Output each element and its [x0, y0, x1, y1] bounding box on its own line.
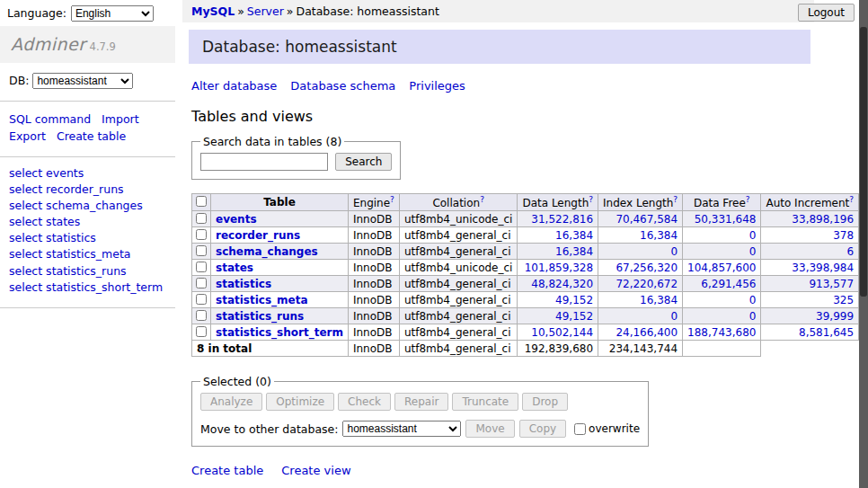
collation-cell: utf8mb4_general_ci — [399, 276, 518, 292]
auto-increment-link[interactable]: 33,898,196 — [792, 213, 854, 226]
repair-button[interactable]: Repair — [394, 393, 448, 411]
sidebar-table-link[interactable]: select statistics_meta — [9, 246, 166, 262]
breadcrumb-server-link[interactable]: Server — [247, 4, 284, 18]
move-database-select[interactable]: homeassistant — [342, 421, 461, 437]
data-length-link[interactable]: 101,859,328 — [525, 262, 593, 274]
create-table-link-sidebar[interactable]: Create table — [57, 129, 126, 143]
db-action-links: Alter database Database schema Privilege… — [191, 79, 820, 93]
index-length-link[interactable]: 70,467,584 — [616, 213, 678, 226]
data-length-link[interactable]: 48,824,320 — [531, 278, 593, 290]
index-length-link[interactable]: 0 — [670, 310, 678, 323]
data-length-link[interactable]: 10,502,144 — [531, 326, 593, 339]
data-free-link[interactable]: 104,857,600 — [687, 262, 756, 274]
breadcrumb: MySQL»Server»Database: homeassistant — [182, 0, 814, 22]
row-checkbox[interactable] — [196, 310, 207, 321]
engine-cell: InnoDB — [348, 211, 399, 227]
scrollbar-thumb[interactable] — [860, 27, 867, 297]
index-length-link[interactable]: 0 — [670, 245, 678, 258]
sidebar-table-link[interactable]: select schema_changes — [9, 198, 166, 214]
table-name-link[interactable]: statistics — [216, 278, 271, 290]
data-free-link[interactable]: 0 — [749, 310, 757, 323]
index-length-link[interactable]: 24,166,400 — [616, 326, 678, 339]
sql-command-link[interactable]: SQL command — [9, 112, 91, 126]
sidebar-table-list: select eventsselect recorder_runsselect … — [0, 157, 175, 308]
create-view-link[interactable]: Create view — [281, 464, 350, 477]
overwrite-label: overwrite — [589, 422, 640, 435]
db-select[interactable]: homeassistant — [32, 73, 133, 89]
select-all-checkbox[interactable] — [196, 196, 207, 207]
row-checkbox[interactable] — [196, 278, 207, 288]
data-free-link[interactable]: 50,331,648 — [695, 213, 757, 226]
data-length-link[interactable]: 16,384 — [555, 245, 593, 258]
copy-button[interactable]: Copy — [519, 420, 566, 438]
auto-increment-link[interactable]: 33,398,984 — [792, 262, 854, 274]
search-input[interactable] — [200, 153, 328, 171]
language-select[interactable]: English — [71, 5, 154, 22]
doc-help-link[interactable]: ? — [849, 195, 854, 204]
data-length-link[interactable]: 49,152 — [555, 294, 593, 306]
row-checkbox[interactable] — [196, 294, 207, 305]
drop-button[interactable]: Drop — [522, 393, 568, 411]
analyze-button[interactable]: Analyze — [200, 393, 262, 411]
export-link[interactable]: Export — [9, 129, 46, 143]
search-button[interactable]: Search — [335, 153, 392, 171]
data-free-link[interactable]: 0 — [749, 229, 757, 242]
create-table-link[interactable]: Create table — [191, 464, 263, 477]
doc-help-link[interactable]: ? — [390, 195, 394, 204]
index-length-link[interactable]: 72,220,672 — [616, 278, 678, 290]
data-length-link[interactable]: 16,384 — [555, 229, 593, 242]
data-free-link[interactable]: 6,291,456 — [701, 278, 756, 290]
totals-data-free — [683, 341, 761, 357]
data-free-link[interactable]: 188,743,680 — [687, 326, 756, 339]
table-name-link[interactable]: statistics_runs — [216, 310, 304, 323]
vertical-scrollbar[interactable] — [859, 0, 868, 488]
privileges-link[interactable]: Privileges — [409, 79, 465, 93]
data-length-link[interactable]: 49,152 — [555, 310, 593, 323]
doc-help-link[interactable]: ? — [673, 195, 678, 204]
check-button[interactable]: Check — [338, 393, 391, 411]
table-name-link[interactable]: statistics_short_term — [216, 326, 343, 339]
logout-button[interactable]: Logout — [798, 4, 855, 22]
auto-increment-link[interactable]: 39,999 — [816, 310, 854, 323]
sidebar-table-link[interactable]: select states — [9, 214, 166, 230]
table-name-link[interactable]: statistics_meta — [216, 294, 308, 306]
sidebar-table-link[interactable]: select statistics_short_term — [9, 279, 166, 296]
table-name-link[interactable]: events — [216, 213, 257, 226]
overwrite-checkbox[interactable] — [574, 423, 586, 435]
sidebar-table-link[interactable]: select recorder_runs — [9, 182, 166, 198]
auto-increment-link[interactable]: 325 — [833, 294, 854, 306]
auto-increment-link[interactable]: 8,581,645 — [799, 326, 854, 339]
doc-help-link[interactable]: ? — [589, 195, 593, 204]
auto-increment-link[interactable]: 6 — [846, 245, 854, 258]
data-free-link[interactable]: 0 — [749, 245, 757, 258]
language-label: Language: — [7, 6, 66, 20]
sidebar-table-link[interactable]: select events — [9, 165, 166, 182]
optimize-button[interactable]: Optimize — [266, 393, 334, 411]
auto-increment-link[interactable]: 913,577 — [809, 278, 854, 290]
truncate-button[interactable]: Truncate — [452, 393, 518, 411]
row-checkbox[interactable] — [196, 262, 207, 272]
doc-help-link[interactable]: ? — [480, 195, 484, 204]
index-length-link[interactable]: 67,256,320 — [616, 262, 678, 274]
doc-help-link[interactable]: ? — [746, 195, 750, 204]
data-free-link[interactable]: 0 — [749, 294, 757, 306]
import-link[interactable]: Import — [102, 112, 139, 126]
alter-database-link[interactable]: Alter database — [191, 79, 277, 93]
data-length-link[interactable]: 31,522,816 — [531, 213, 593, 226]
row-checkbox[interactable] — [196, 213, 207, 224]
table-name-link[interactable]: schema_changes — [216, 245, 318, 258]
sidebar-table-link[interactable]: select statistics_runs — [9, 263, 166, 279]
table-name-link[interactable]: recorder_runs — [216, 229, 300, 242]
auto-increment-link[interactable]: 378 — [833, 229, 854, 242]
move-button[interactable]: Move — [465, 420, 514, 438]
database-schema-link[interactable]: Database schema — [290, 79, 395, 93]
table-name-link[interactable]: states — [216, 262, 253, 274]
row-checkbox[interactable] — [196, 245, 207, 256]
sidebar-table-link[interactable]: select statistics — [9, 230, 166, 246]
row-checkbox[interactable] — [196, 229, 207, 240]
breadcrumb-mysql-link[interactable]: MySQL — [191, 4, 235, 18]
index-length-link[interactable]: 16,384 — [640, 229, 678, 242]
index-length-link[interactable]: 16,384 — [640, 294, 678, 306]
row-checkbox[interactable] — [196, 326, 207, 337]
breadcrumb-separator: » — [287, 4, 294, 18]
